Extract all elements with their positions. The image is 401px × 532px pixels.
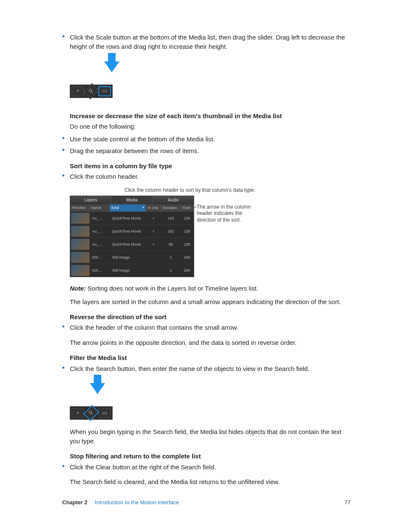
cell-frame: 200 [180, 268, 194, 273]
cell-frame: 128 [180, 242, 194, 247]
figure-media-list: Click the column header to sort by that … [70, 187, 351, 277]
cell-duration: 162 [161, 229, 181, 234]
table-row[interactable]: Au_…QuickTime Movie✓162128 [70, 225, 194, 238]
cell-duration: 143 [161, 216, 181, 221]
note-label: Note: [70, 285, 86, 292]
preview-thumbnail [71, 252, 90, 263]
cell-name: Au_… [90, 242, 111, 247]
bullet-list: Use the scale control at the bottom of t… [62, 135, 351, 156]
heading-stop-filter: Stop filtering and return to the complet… [70, 452, 351, 461]
cell-inuse: ✓ [146, 242, 161, 247]
column-header-in-use[interactable]: In Use [146, 204, 161, 212]
list-item: Drag the separator between the rows of i… [62, 146, 351, 156]
cell-name: 029… [90, 268, 111, 273]
media-panel: LayersMediaAudio PreviewNameKindIn UseDu… [70, 196, 194, 278]
bullet-list: Click the Clear button at the right of t… [62, 463, 351, 472]
list-item: Use the scale control at the bottom of t… [62, 135, 351, 144]
scale-button[interactable]: ▭ [98, 408, 111, 418]
bullet-list: Click the Scale button at the bottom of … [62, 33, 351, 51]
arrow-down-icon [104, 61, 119, 72]
footer-page-number: 77 [345, 499, 351, 507]
table-row[interactable]: Au_…QuickTime Movie✓89128 [70, 238, 194, 251]
column-header-preview[interactable]: Preview [70, 204, 90, 212]
preview-thumbnail [71, 226, 90, 237]
cell-kind: QuickTime Movie [110, 242, 146, 247]
cell-kind: Still Image [110, 268, 146, 273]
cell-name: 029… [90, 255, 111, 260]
cell-name: Au_… [90, 216, 111, 221]
column-header-duration[interactable]: Duration [161, 204, 180, 212]
figure-caption-side: The arrow in the column header indicates… [197, 204, 256, 224]
footer-chapter-label: Chapter 2 [62, 499, 87, 506]
search-button[interactable]: ⚲ [83, 405, 99, 421]
heading-sort: Sort items in a column by file type [70, 161, 351, 171]
bullet-list: Click the column header. [62, 172, 351, 181]
body-text: The layers are sorted in the column and … [70, 297, 351, 307]
column-header-name[interactable]: Name [90, 204, 110, 212]
cell-duration: 89 [161, 242, 181, 247]
cell-kind: Still Image [110, 255, 146, 260]
note-block: Note:Sorting does not work in the Layers… [70, 284, 351, 293]
body-text: The Search field is cleared, and the Med… [70, 477, 351, 487]
list-item: Click the header of the column that cont… [62, 323, 351, 332]
tab-media[interactable]: Media [111, 196, 153, 205]
table-row[interactable]: Au_…QuickTime Movie✓143128 [70, 212, 194, 225]
search-button[interactable]: ⚲ [83, 83, 99, 99]
list-item: Click the Scale button at the bottom of … [62, 33, 351, 51]
body-text: The arrow points in the opposite directi… [70, 338, 351, 347]
preview-thumbnail [71, 265, 90, 276]
body-text: Do one of the following: [70, 122, 351, 131]
list-item: Click the Search button, then enter the … [62, 364, 351, 373]
cell-inuse: ✓ [146, 229, 161, 234]
figure-toolbar-search: + ⚲ ▭ [70, 383, 113, 420]
column-header-fram[interactable]: Fram [180, 204, 194, 212]
toolbar: + ⚲ ▭ [70, 85, 113, 98]
body-text: When you begin typing in the Search fiel… [70, 427, 351, 446]
bullet-list: Click the Search button, then enter the … [62, 364, 351, 373]
cell-frame: 128 [180, 229, 194, 234]
heading-reverse: Reverse the direction of the sort [70, 312, 351, 322]
preview-thumbnail [71, 239, 90, 250]
arrow-down-icon [90, 383, 105, 394]
preview-thumbnail [71, 213, 90, 224]
heading-thumbnail-size: Increase or decrease the size of each it… [70, 111, 351, 121]
footer-chapter-name: Introduction to the Motion interface [95, 499, 179, 506]
cell-inuse: ✓ [146, 216, 161, 221]
scale-button[interactable]: ▭ [98, 86, 111, 96]
figure-toolbar-scale: + ⚲ ▭ [70, 61, 113, 98]
page-footer: Chapter 2 Introduction to the Motion int… [62, 499, 351, 507]
table-row[interactable]: 029…Still Image1200 [70, 251, 194, 264]
add-button[interactable]: + [71, 86, 84, 96]
figure-caption-top: Click the column header to sort by that … [124, 187, 351, 194]
heading-filter: Filter the Media list [70, 353, 351, 363]
cell-duration: 1 [161, 268, 181, 273]
cell-kind: QuickTime Movie [110, 229, 146, 234]
tab-layers[interactable]: Layers [70, 196, 111, 205]
toolbar: + ⚲ ▭ [70, 406, 113, 420]
table-row[interactable]: 029…Still Image1200 [70, 264, 194, 277]
cell-kind: QuickTime Movie [110, 216, 146, 221]
cell-duration: 1 [161, 255, 181, 260]
note-text: Sorting does not work in the Layers list… [87, 285, 258, 292]
cell-frame: 200 [180, 255, 194, 260]
list-item: Click the column header. [62, 172, 351, 181]
column-header-kind[interactable]: Kind [110, 204, 146, 212]
list-item: Click the Clear button at the right of t… [62, 463, 351, 472]
tab-audio[interactable]: Audio [153, 196, 194, 205]
add-button[interactable]: + [71, 408, 84, 418]
cell-name: Au_… [90, 229, 111, 234]
bullet-list: Click the header of the column that cont… [62, 323, 351, 332]
cell-frame: 128 [180, 216, 194, 221]
